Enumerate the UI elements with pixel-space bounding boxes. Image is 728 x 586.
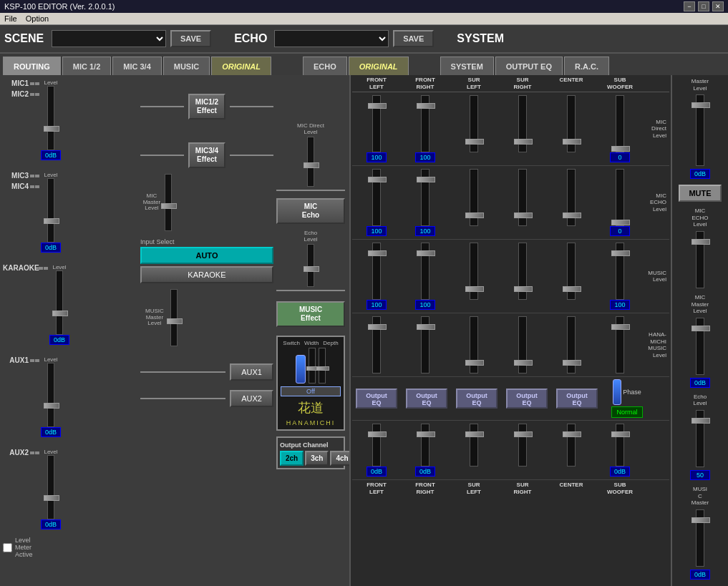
music-master-fader-track[interactable] (170, 289, 178, 346)
music-master-far-track[interactable] (696, 509, 704, 567)
music-sub-thumb[interactable] (611, 250, 630, 256)
hana-sr-thumb[interactable] (514, 360, 533, 366)
hana-fl-track[interactable] (372, 316, 381, 373)
mic-direct-sl-track[interactable] (470, 95, 478, 152)
aux1-fader-thumb[interactable] (44, 403, 59, 409)
hana-sr-track[interactable] (518, 316, 527, 373)
minimize-button[interactable]: − (684, 1, 695, 11)
hana-c-track[interactable] (567, 316, 576, 373)
mic-master-far-thumb[interactable] (691, 326, 710, 331)
mic-direct-fr-track[interactable] (421, 95, 429, 152)
option-menu[interactable]: Option (26, 14, 49, 23)
karaoke-fader-thumb[interactable] (52, 311, 68, 316)
mic-echo-far-track[interactable] (696, 231, 704, 288)
output-eq-fr-button[interactable]: OutputEQ (406, 389, 447, 409)
tab-original2[interactable]: ORIGINAL (349, 57, 409, 75)
master-level-track[interactable] (696, 94, 704, 166)
file-menu[interactable]: File (4, 14, 17, 23)
mic-direct-c-track[interactable] (567, 95, 576, 152)
output-eq-sl-button[interactable]: OutputEQ (456, 389, 498, 409)
mic-echo-c-track[interactable] (567, 169, 576, 226)
mic-echo-sl-track[interactable] (470, 169, 478, 226)
ch3-button[interactable]: 3ch (305, 451, 329, 466)
mic-echo-sr-thumb[interactable] (514, 213, 533, 218)
hana-sl-track[interactable] (470, 316, 478, 373)
echo-save-button[interactable]: SAVE (393, 30, 434, 47)
mic-direct-sr-thumb[interactable] (514, 139, 533, 145)
mic-direct-fr-thumb[interactable] (417, 103, 435, 109)
mic-direct-fl-track[interactable] (372, 95, 381, 152)
hana-fl-thumb[interactable] (368, 324, 387, 330)
mic-echo-sub-thumb[interactable] (611, 220, 630, 225)
mic-echo-far-thumb[interactable] (691, 239, 710, 245)
hana-c-thumb[interactable] (563, 360, 581, 366)
music-sr-track[interactable] (518, 243, 527, 300)
mic-echo-fr-track[interactable] (421, 169, 429, 226)
hana-fr-track[interactable] (421, 316, 429, 373)
aux2-fader-track[interactable] (47, 455, 54, 519)
music-sl-thumb[interactable] (465, 286, 484, 292)
mic-echo-fr-thumb[interactable] (417, 177, 435, 182)
echo-select[interactable] (274, 30, 389, 47)
mic-echo-sl-thumb[interactable] (465, 213, 484, 218)
echo-level-fader-thumb[interactable] (304, 266, 319, 272)
mic-direct-sl-thumb[interactable] (465, 139, 484, 145)
tab-rac[interactable]: R.A.C. (564, 57, 609, 75)
mic-echo-c-thumb[interactable] (563, 213, 581, 218)
tab-mic12[interactable]: MIC 1/2 (62, 57, 112, 75)
out-sl-thumb[interactable] (465, 431, 484, 437)
aux1-button[interactable]: AUX1 (230, 363, 273, 381)
mic-echo-sub-track[interactable] (616, 169, 624, 226)
mic-echo-fl-track[interactable] (372, 169, 381, 226)
music-c-track[interactable] (567, 243, 576, 300)
out-fl-thumb[interactable] (368, 431, 387, 437)
mic34-fader-thumb[interactable] (44, 218, 59, 224)
mic-direct-sr-track[interactable] (518, 95, 527, 152)
music-effect-button[interactable]: MUSIC Effect (276, 301, 345, 327)
aux2-button[interactable]: AUX2 (230, 390, 273, 407)
mic-direct-sub-track[interactable] (616, 95, 624, 152)
hanamichi-depth-thumb[interactable] (316, 366, 329, 371)
mic12-fader-track[interactable] (47, 86, 54, 150)
output-eq-fl-button[interactable]: OutputEQ (356, 389, 397, 409)
output-eq-c-button[interactable]: OutputEQ (556, 389, 598, 409)
echo-far-track[interactable] (696, 410, 704, 467)
music-sub-track[interactable] (616, 243, 624, 300)
echo-far-thumb[interactable] (691, 418, 710, 424)
hanamichi-off-button[interactable]: Off (281, 386, 341, 396)
out-fr-thumb[interactable] (417, 431, 435, 437)
mic34-effect-button[interactable]: MIC3/4 Effect (188, 142, 225, 168)
master-level-thumb[interactable] (691, 102, 710, 108)
hana-sub-thumb[interactable] (611, 324, 630, 330)
out-sl-track[interactable] (470, 424, 478, 467)
mic12-effect-button[interactable]: MIC1/2 Effect (188, 94, 225, 119)
phase-slider[interactable] (613, 379, 621, 405)
music-master-far-thumb[interactable] (691, 517, 710, 523)
hana-sub-track[interactable] (616, 316, 624, 373)
out-fr-track[interactable] (421, 424, 429, 467)
music-master-fader-thumb[interactable] (167, 318, 183, 324)
ch4-button[interactable]: 4ch (330, 451, 351, 466)
ch2-button[interactable]: 2ch (280, 451, 304, 466)
out-c-track[interactable] (567, 424, 576, 467)
mic34-fader-track[interactable] (47, 178, 54, 243)
tab-system[interactable]: SYSTEM (440, 57, 494, 75)
tab-original1[interactable]: ORIGINAL (211, 57, 271, 75)
level-meter-checkbox[interactable] (3, 543, 12, 552)
karaoke-fader-track[interactable] (56, 270, 63, 335)
out-sub-thumb[interactable] (611, 431, 630, 437)
aux1-fader-track[interactable] (47, 363, 54, 427)
music-fl-thumb[interactable] (368, 250, 387, 256)
mic-master-fader-track[interactable] (165, 174, 172, 231)
mic-direct-fader-thumb[interactable] (304, 162, 319, 168)
music-c-thumb[interactable] (563, 286, 581, 292)
mic-direct-fader-track[interactable] (307, 137, 314, 187)
tab-echo[interactable]: ECHO (303, 57, 347, 75)
karaoke-button[interactable]: KARAOKE (140, 266, 273, 283)
tab-routing[interactable]: ROUTING (3, 57, 61, 75)
hana-sl-thumb[interactable] (465, 360, 484, 366)
mic-echo-fl-thumb[interactable] (368, 177, 387, 182)
mic-master-fader-thumb[interactable] (161, 203, 177, 209)
out-sr-thumb[interactable] (514, 431, 533, 437)
mic-master-far-track[interactable] (696, 318, 704, 375)
